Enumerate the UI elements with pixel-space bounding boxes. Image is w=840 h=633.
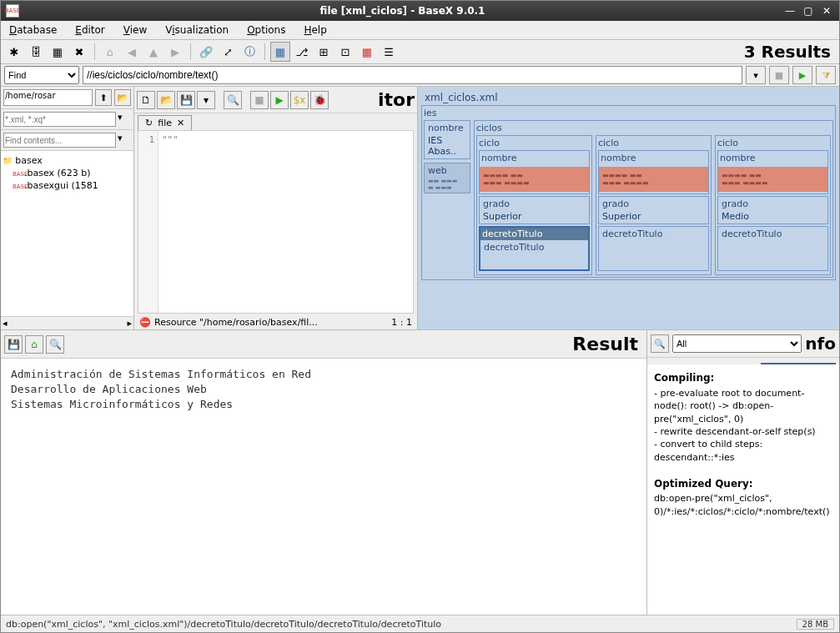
info-filter-select[interactable]: All <box>672 334 802 353</box>
findbar: Find ▾ ■ ▶ ⧩ <box>1 64 839 87</box>
result-body[interactable]: Administración de Sistemas Informáticos … <box>1 359 646 615</box>
close-button[interactable]: ✕ <box>819 4 834 18</box>
map-panel[interactable]: xml_ciclos.xml ies nombreIES Abas.. web▬… <box>418 87 839 329</box>
tree-file: BASE.basex (623 b) <box>13 167 132 179</box>
home-button[interactable]: ⌂ <box>100 42 120 62</box>
project-path[interactable]: /home/rosar <box>3 89 93 106</box>
tree-folder: basex <box>3 154 132 167</box>
app-icon: BASE <box>6 4 19 18</box>
info-title: nfo <box>805 334 836 354</box>
result-panel: 💾 ⌂ 🔍 Result Administración de Sistemas … <box>1 330 647 615</box>
history-button[interactable]: ▾ <box>746 66 766 84</box>
find-drop[interactable]: ▾ <box>118 133 131 148</box>
view-map-button[interactable]: ▦ <box>270 42 290 62</box>
new-file-button[interactable]: 🗋 <box>137 91 155 109</box>
tab-close-icon[interactable]: ✕ <box>177 118 184 128</box>
menu-help[interactable]: Help <box>300 23 329 38</box>
project-scrollbar[interactable]: ◂▸ <box>1 316 133 329</box>
results-count: 3 Results <box>744 42 836 62</box>
find-contents-input[interactable] <box>3 133 116 148</box>
view-plot-button[interactable]: ⊡ <box>335 42 355 62</box>
query-input[interactable] <box>83 66 742 84</box>
path-browse-button[interactable]: 📂 <box>114 89 131 106</box>
stop-button[interactable]: ■ <box>250 91 269 109</box>
window-title: file [xml_ciclos] - BaseX 9.0.1 <box>26 5 779 17</box>
memory-label: 28 MB <box>797 619 834 630</box>
info-button[interactable]: ⓘ <box>239 42 259 62</box>
table-button[interactable]: ▦ <box>48 42 68 62</box>
search-result-button[interactable]: 🔍 <box>46 335 64 354</box>
path-up-button[interactable]: ⬆ <box>95 89 112 106</box>
info-panel: 🔍 All nfo Compiling: - pre-evaluate root… <box>647 330 839 615</box>
menu-database[interactable]: Database <box>6 23 60 38</box>
vars-button[interactable]: $x <box>290 91 309 109</box>
close-db-button[interactable]: ✖ <box>69 42 89 62</box>
forward-button[interactable]: ▶ <box>165 42 185 62</box>
menubar: Database Editor View Visualization Optio… <box>1 21 839 40</box>
view-tree-button[interactable]: ⎇ <box>292 42 312 62</box>
map-ciclo[interactable]: ciclo nombre▬▬▬▬ ▬▬▬▬▬ ▬▬▬▬ gradoMedio d… <box>715 135 831 275</box>
map-ciclo[interactable]: ciclo nombre▬▬▬▬ ▬▬▬▬▬ ▬▬▬▬ gradoSuperio… <box>596 135 712 275</box>
save-file-button[interactable]: 💾 <box>177 91 195 109</box>
save-result-button[interactable]: 💾 <box>4 335 23 354</box>
view-table-button[interactable]: ▦ <box>357 42 377 62</box>
editor-tab[interactable]: ↻ file ✕ <box>138 115 192 130</box>
stop-query-button[interactable]: ■ <box>769 66 789 84</box>
run-query-button[interactable]: ▶ <box>792 66 812 84</box>
status-path: db:open("xml_ciclos", "xml_ciclos.xml")/… <box>6 619 441 630</box>
menu-view[interactable]: View <box>120 23 150 38</box>
menu-editor[interactable]: Editor <box>72 23 108 38</box>
search-file-button[interactable]: 🔍 <box>224 91 242 109</box>
search-info-button[interactable]: 🔍 <box>651 334 669 353</box>
maximize-button[interactable]: ▢ <box>801 4 816 18</box>
new-db-button[interactable]: ✱ <box>4 42 24 62</box>
main-toolbar: ✱ 🗄 ▦ ✖ ⌂ ◀ ▲ ▶ 🔗 ⤢ ⓘ ▦ ⎇ ⊞ ⊡ ▦ ☰ 3 Resu… <box>1 40 839 64</box>
editor-status: ⛔ Resource "/home/rosario/basex/fil... 1… <box>134 315 417 329</box>
project-tree[interactable]: basex BASE.basex (623 b) BASE.basexgui (… <box>1 151 133 316</box>
back-button[interactable]: ◀ <box>122 42 142 62</box>
debug-button[interactable]: 🐞 <box>310 91 329 109</box>
open-file-button[interactable]: 📂 <box>157 91 175 109</box>
home-result-button[interactable]: ⌂ <box>25 335 43 354</box>
error-icon: ⛔ <box>139 317 151 328</box>
map-doc: xml_ciclos.xml <box>421 90 836 105</box>
project-panel: /home/rosar ⬆ 📂 ▾ ▾ basex BASE.basex (62… <box>1 87 134 329</box>
editor-gutter: 1 <box>138 131 158 313</box>
info-body[interactable]: Compiling: - pre-evaluate root to docume… <box>647 364 839 615</box>
up-button[interactable]: ▲ <box>143 42 163 62</box>
db-button[interactable]: 🗄 <box>26 42 46 62</box>
main-window: BASE file [xml_ciclos] - BaseX 9.0.1 — ▢… <box>0 0 840 633</box>
tree-file: BASE.basexgui (1581 <box>13 179 132 192</box>
map-ciclo[interactable]: ciclo nombre▬▬▬▬ ▬▬▬▬▬ ▬▬▬▬ gradoSuperio… <box>476 135 592 275</box>
editor-panel: 🗋 📂 💾 ▾ 🔍 ■ ▶ $x 🐞 itor ↻ file ✕ 1 """ <box>134 87 418 329</box>
editor-code: """ <box>158 131 413 313</box>
result-title: Result <box>572 334 643 354</box>
menu-visualization[interactable]: Visualization <box>162 23 232 38</box>
history-file-button[interactable]: ▾ <box>197 91 215 109</box>
menu-options[interactable]: Options <box>244 23 289 38</box>
rt-filter-button[interactable]: 🔗 <box>196 42 216 62</box>
fullscreen-button[interactable]: ⤢ <box>218 42 238 62</box>
view-folder-button[interactable]: ⊞ <box>314 42 334 62</box>
statusbar: db:open("xml_ciclos", "xml_ciclos.xml")/… <box>1 615 839 632</box>
view-explorer-button[interactable]: ☰ <box>379 42 399 62</box>
minimize-button[interactable]: — <box>782 4 797 18</box>
info-progress <box>761 358 836 364</box>
editor-label: itor <box>378 89 415 110</box>
editor-body[interactable]: 1 """ <box>138 130 414 314</box>
filter-drop[interactable]: ▾ <box>118 112 131 127</box>
filter-button[interactable]: ⧩ <box>816 66 836 84</box>
run-button[interactable]: ▶ <box>270 91 289 109</box>
titlebar: BASE file [xml_ciclos] - BaseX 9.0.1 — ▢… <box>1 1 839 21</box>
find-mode-select[interactable]: Find <box>4 66 79 84</box>
filter-input[interactable] <box>3 112 116 127</box>
